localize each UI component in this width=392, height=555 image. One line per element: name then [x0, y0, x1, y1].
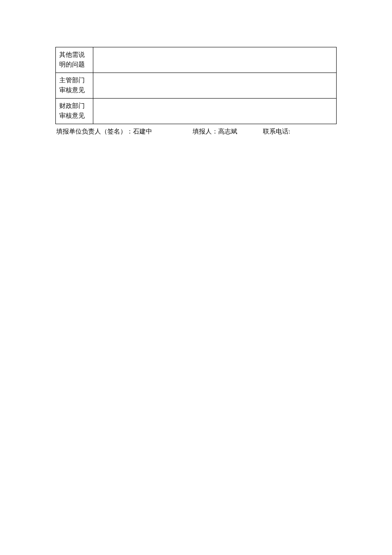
responsible-label: 填报单位负责人（签名）：: [56, 128, 133, 135]
preparer-label: 填报人：: [193, 128, 218, 135]
footer-line: 填报单位负责人（签名）：石建中 填报人：高志斌 联系电话:: [55, 128, 337, 136]
table-row: 其他需说明的问题: [56, 47, 337, 73]
row-label-supervisor-opinion: 主管部门审核意见: [56, 73, 93, 99]
form-table: 其他需说明的问题 主管部门审核意见 财政部门审核意见: [55, 47, 337, 124]
row-content-other-issues: [93, 47, 337, 73]
footer-preparer: 填报人：高志斌: [193, 128, 263, 136]
label-text: 主管部门审核意见: [59, 77, 85, 93]
responsible-value: 石建中: [133, 128, 152, 135]
table-row: 财政部门审核意见: [56, 99, 337, 124]
footer-phone: 联系电话:: [263, 128, 336, 136]
page-container: 其他需说明的问题 主管部门审核意见 财政部门审核意见 填报单位负责人（签名: [0, 0, 392, 136]
label-text: 其他需说明的问题: [59, 51, 85, 68]
label-text: 财政部门审核意见: [59, 102, 85, 119]
row-content-supervisor-opinion: [93, 73, 337, 99]
row-label-other-issues: 其他需说明的问题: [56, 47, 93, 73]
table-row: 主管部门审核意见: [56, 73, 337, 99]
phone-label: 联系电话:: [263, 128, 290, 135]
row-label-finance-opinion: 财政部门审核意见: [56, 99, 93, 124]
row-content-finance-opinion: [93, 99, 337, 124]
preparer-value: 高志斌: [218, 128, 237, 135]
footer-responsible: 填报单位负责人（签名）：石建中: [56, 128, 193, 136]
